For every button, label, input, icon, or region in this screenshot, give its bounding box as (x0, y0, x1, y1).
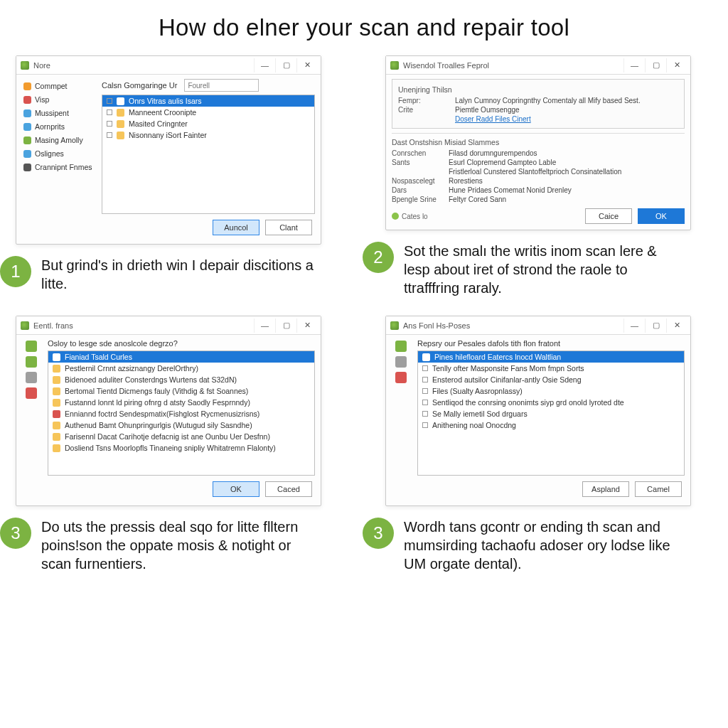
list-item[interactable]: Dosliend Tsns Moorlopfls Tinaneing snipl… (48, 442, 314, 454)
step-badge: 2 (363, 242, 394, 273)
window-step4: Ans Fonl Hs-Poses — ▢ ✕ Repsry our Pesal (385, 316, 691, 506)
list-item[interactable]: Pestlernil Crnnt azsiznangy DerelOrthry) (48, 363, 314, 374)
list-item[interactable]: Tenlly ofter Masponsite Fans Mom fmpn So… (418, 363, 684, 374)
info-value: Piemtle Oumsengge (455, 106, 520, 114)
sidebar-item[interactable]: Oslignes (22, 148, 95, 159)
list-item[interactable]: Authenud Bamt Ohunpringurlgis (Wutugud s… (48, 419, 314, 431)
maximize-button[interactable]: ▢ (645, 58, 666, 73)
cancel-button[interactable]: Caced (265, 481, 312, 497)
close-button[interactable]: ✕ (666, 58, 687, 73)
tool-icon[interactable] (26, 387, 37, 399)
tool-icon[interactable] (395, 341, 407, 352)
list-item[interactable]: Pines hilefloard Eatercs lnocd Waltlian (418, 351, 684, 363)
list-item[interactable]: Onrs Vitras aulis Isars (102, 95, 314, 107)
info-label: Conrschen (392, 149, 443, 157)
tool-icon[interactable] (26, 356, 37, 368)
list-item[interactable]: Anithening noal Onocdng (418, 419, 684, 431)
list-item[interactable]: Fianiad Tsald Curles (48, 351, 314, 363)
minimize-button[interactable]: — (623, 58, 645, 73)
list-item-label: Ensterod autsilor Cinifanlar-antly Osie … (432, 375, 582, 384)
titlebar[interactable]: Nore — ▢ ✕ (16, 56, 321, 75)
ok-button[interactable]: Auncol (213, 220, 259, 235)
sidebar-item[interactable]: Aornprits (22, 121, 95, 132)
titlebar[interactable]: Ans Fonl Hs-Poses — ▢ ✕ (386, 316, 690, 335)
sidebar-item[interactable]: Visp (22, 94, 95, 105)
close-button[interactable]: ✕ (296, 58, 318, 73)
file-icon (117, 132, 124, 139)
expand-icon[interactable] (107, 121, 112, 127)
folder-icon (23, 96, 31, 104)
window-title: Wisendol Troalles Feprol (403, 61, 623, 70)
list-item[interactable]: Fustannd lonnt ld piring ofnrg d atsty S… (48, 397, 314, 408)
list-item[interactable]: Manneent Croonipte (102, 107, 314, 118)
ok-button[interactable]: Aspland (582, 481, 629, 497)
info-value: Lalyn Cumnoy Copringnthy Comentaly all M… (455, 97, 641, 105)
list-item[interactable]: Nisonnany iSort Fainter (102, 129, 314, 141)
minimize-button[interactable]: — (254, 318, 275, 333)
cancel-button[interactable]: Camel (635, 481, 682, 497)
checkbox-icon[interactable] (422, 377, 428, 382)
result-list[interactable]: Pines hilefloard Eatercs lnocd Waltlian … (417, 350, 685, 476)
file-icon (53, 410, 60, 418)
list-item[interactable]: Enniannd foctrd Sendespmatix(Fishglost R… (48, 408, 314, 419)
ok-button[interactable]: OK (638, 208, 685, 224)
list-item-label: Files (Sualty Aasropnlassy) (432, 387, 523, 395)
link[interactable]: Doser Radd Files Cinert (455, 115, 531, 123)
result-list[interactable]: Onrs Vitras aulis Isars Manneent Croonip… (102, 95, 315, 214)
sidebar-item-label: Visp (35, 95, 49, 104)
minimize-button[interactable]: — (623, 318, 645, 333)
checkbox-icon[interactable] (422, 365, 428, 371)
checkbox-icon[interactable] (422, 400, 428, 405)
sidebar-item[interactable]: Commpet (22, 80, 95, 92)
tool-icon[interactable] (395, 356, 407, 368)
tool-icon[interactable] (26, 372, 37, 383)
expand-icon[interactable] (107, 109, 112, 115)
folder-icon (23, 109, 31, 117)
tool-icon[interactable] (395, 372, 407, 383)
result-list[interactable]: Fianiad Tsald Curles Pestlernil Crnnt az… (48, 350, 315, 476)
checkbox-icon[interactable] (107, 98, 112, 104)
sidebar-item-label: Mussipent (35, 109, 69, 117)
close-button[interactable]: ✕ (666, 318, 687, 333)
minimize-button[interactable]: — (254, 58, 275, 73)
maximize-button[interactable]: ▢ (275, 318, 296, 333)
info-value: Fristlerloal Cunstered Slantoffeltprioch… (449, 168, 621, 176)
tool-sidebar (392, 339, 410, 500)
list-item[interactable]: Masited Cringnter (102, 118, 314, 129)
tool-icon[interactable] (26, 341, 37, 352)
list-item[interactable]: Farisennl Dacat Carihotje defacnig ist a… (48, 431, 314, 442)
cancel-button[interactable]: Caice (585, 208, 632, 224)
file-icon (53, 422, 60, 429)
info-label: Sants (392, 159, 443, 166)
ok-button[interactable]: OK (213, 481, 259, 497)
checkbox-icon[interactable] (422, 411, 428, 417)
list-item[interactable]: Ensterod autsilor Cinifanlar-antly Osie … (418, 374, 684, 385)
maximize-button[interactable]: ▢ (275, 58, 296, 73)
expand-icon[interactable] (107, 132, 112, 138)
list-item[interactable]: Sentliqod the conrsing ononimts siyp grd… (418, 397, 684, 408)
maximize-button[interactable]: ▢ (645, 318, 666, 333)
sidebar-item[interactable]: Crannipnt Fnmes (22, 161, 95, 173)
titlebar[interactable]: Wisendol Troalles Feprol — ▢ ✕ (386, 56, 690, 75)
list-item-label: Masited Cringnter (129, 119, 188, 128)
window-title: Ans Fonl Hs-Poses (403, 321, 623, 330)
sidebar-item[interactable]: Mussipent (22, 107, 95, 119)
prompt-label: Osloy to lesge sde anoslcole degrzo? (48, 339, 178, 348)
list-item-label: Sentliqod the conrsing ononimts siyp grd… (432, 398, 624, 407)
sidebar-item[interactable]: Masing Amolly (22, 134, 95, 146)
list-item[interactable]: Bidenoed aduliter Consterdngs Wurtens da… (48, 374, 314, 385)
file-icon (117, 109, 124, 117)
search-input[interactable] (184, 79, 259, 92)
list-item[interactable]: Bertomal Tientd Dicmengs fauly (Vithdig … (48, 385, 314, 397)
checkbox-icon[interactable] (422, 388, 428, 394)
titlebar[interactable]: Eentl. frans — ▢ ✕ (16, 316, 321, 335)
cancel-button[interactable]: Clant (265, 220, 312, 235)
close-button[interactable]: ✕ (296, 318, 318, 333)
list-item-label: Nisonnany iSort Fainter (129, 131, 207, 139)
list-item[interactable]: Se Mally iemetil Sod drguars (418, 408, 684, 419)
folder-icon (23, 123, 31, 131)
info-label: Bpengle Srine (392, 196, 443, 203)
checkbox-icon[interactable] (422, 422, 428, 428)
step-badge: 3 (0, 518, 31, 549)
list-item[interactable]: Files (Sualty Aasropnlassy) (418, 385, 684, 397)
